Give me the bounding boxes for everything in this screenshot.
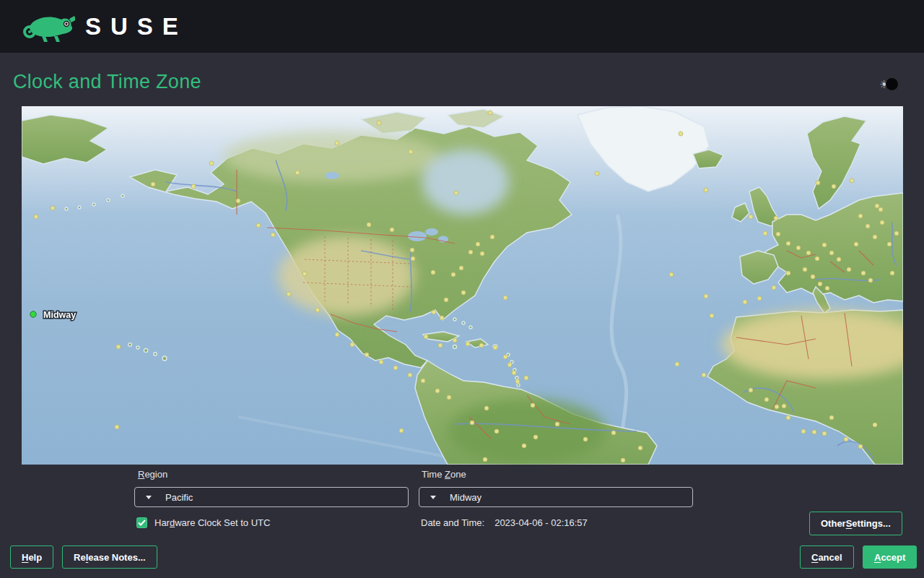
datetime-value: 2023-04-06 - 02:16:57: [494, 517, 588, 528]
suse-logo: SUSE: [20, 9, 188, 44]
timezone-selected-value: Midway: [450, 492, 481, 503]
timezone-map[interactable]: Midway: [22, 106, 903, 465]
release-notes-button[interactable]: Release Notes...: [62, 545, 157, 569]
region-selected-value: Pacific: [165, 492, 193, 503]
header-bar: SUSE: [0, 0, 924, 53]
hwclock-checkbox-row[interactable]: Hardware Clock Set to UTC: [136, 517, 270, 528]
moon-icon: [886, 78, 898, 90]
timezone-select[interactable]: Midway: [419, 487, 693, 507]
cancel-button[interactable]: Cancel: [800, 545, 854, 569]
hwclock-label: Hardware Clock Set to UTC: [154, 517, 270, 528]
help-button[interactable]: Help: [10, 545, 53, 569]
region-select[interactable]: Pacific: [134, 487, 409, 507]
other-settings-button[interactable]: Other Settings...: [809, 512, 902, 535]
checkmark-icon: [138, 519, 146, 526]
accept-button[interactable]: Accept: [863, 545, 917, 569]
suse-chameleon-icon: [20, 9, 75, 44]
svg-text:Midway: Midway: [43, 310, 76, 320]
chevron-down-icon: [146, 496, 152, 499]
chevron-down-icon: [430, 496, 436, 499]
theme-toggle-button[interactable]: ☀: [879, 74, 901, 93]
datetime-label: Date and Time:: [421, 517, 484, 528]
hwclock-checkbox[interactable]: [136, 517, 147, 528]
datetime-row: Date and Time:2023-04-06 - 02:16:57: [421, 517, 588, 528]
brand-name: SUSE: [85, 13, 188, 40]
page-title: Clock and Time Zone: [13, 71, 201, 93]
region-label: Region: [138, 469, 167, 480]
timezone-label: Time Zone: [422, 469, 466, 480]
